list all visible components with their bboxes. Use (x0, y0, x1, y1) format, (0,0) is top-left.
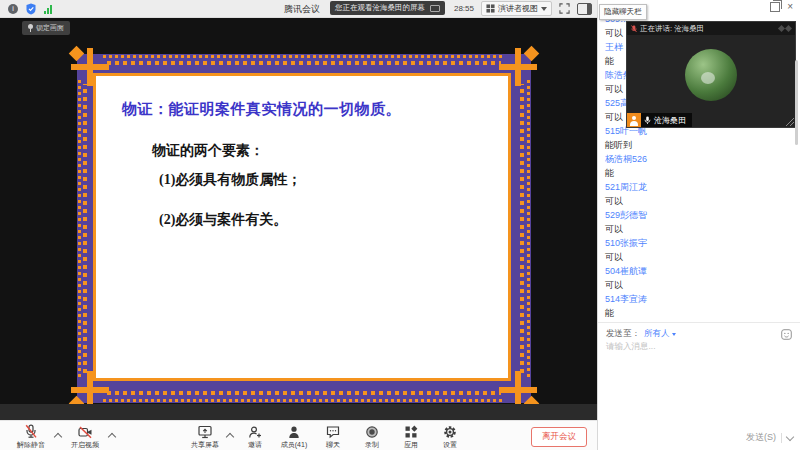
view-mode-button[interactable]: 演讲者视图 (481, 1, 552, 16)
chat-label: 聊天 (326, 440, 340, 450)
stage-bottom-strip (0, 404, 597, 420)
speaker-avatar (685, 49, 737, 101)
members-label: 成员(41) (281, 440, 307, 450)
app-title: 腾讯会议 (284, 3, 320, 16)
chat-sender-name[interactable]: 510张振宇 (605, 236, 788, 250)
network-signal-icon[interactable] (44, 5, 52, 14)
pin-label: 锁定画面 (36, 23, 64, 33)
share-options-caret[interactable] (226, 433, 234, 441)
meeting-toolbar: 解除静音 开启视频 共享屏幕 (0, 420, 597, 450)
send-to-bar: 发送至： 所有人 (598, 322, 800, 340)
speaker-video-thumbnail[interactable]: 正在讲话: 沧海桑田 沧海桑田 (626, 21, 796, 128)
share-screen-button[interactable]: 共享屏幕 (186, 424, 224, 450)
chat-message-text: 可以 (605, 222, 788, 236)
share-screen-label: 共享屏幕 (191, 440, 219, 450)
chat-button[interactable]: 聊天 (314, 424, 352, 450)
members-button[interactable]: 成员(41) (275, 424, 313, 450)
members-icon (287, 424, 301, 439)
invite-icon (248, 424, 262, 439)
hide-chat-tooltip: 隐藏聊天栏 (599, 4, 647, 20)
invite-label: 邀请 (248, 440, 262, 450)
close-icon[interactable]: × (787, 2, 793, 12)
fullscreen-icon[interactable] (559, 3, 570, 14)
settings-label: 设置 (443, 440, 457, 450)
send-to-value: 所有人 (644, 328, 670, 340)
pin-screen-button[interactable]: 锁定画面 (22, 21, 70, 35)
mic-muted-icon (24, 424, 38, 439)
start-video-label: 开启视频 (71, 440, 99, 450)
chat-message-text: 可以 (605, 278, 788, 292)
chat-panel-toggle-icon[interactable] (577, 3, 592, 15)
chat-bubble-icon (326, 424, 340, 439)
tencent-meeting-window: i 腾讯会议 您正在观看沧海桑田的屏幕 28:55 演讲者视图 (0, 0, 800, 450)
chat-message-text: 可以 (605, 194, 788, 208)
chat-scrollbar[interactable] (795, 60, 798, 145)
layout-grid-icon (486, 4, 495, 13)
invite-button[interactable]: 邀请 (236, 424, 274, 450)
slide-content-area: 物证：能证明案件真实情况的一切物质。 物证的两个要素： (1)必须具有物质属性；… (93, 73, 511, 381)
apps-label: 应用 (404, 440, 418, 450)
chat-message-text: 可以 (605, 250, 788, 264)
mic-on-icon (644, 116, 651, 125)
screen-mini-icon[interactable] (430, 5, 440, 12)
chevron-down-icon (672, 333, 676, 336)
send-button[interactable]: 发送(S) (746, 431, 776, 444)
settings-gear-icon (443, 424, 457, 439)
view-mode-label: 演讲者视图 (498, 3, 538, 14)
leave-meeting-button[interactable]: 离开会议 (531, 427, 587, 447)
meeting-info-icon[interactable]: i (8, 4, 18, 14)
chat-sender-name[interactable]: 514李宜涛 (605, 292, 788, 306)
send-to-selector[interactable]: 所有人 (644, 328, 676, 340)
record-icon (365, 424, 379, 439)
speaker-name: 沧海桑田 (654, 115, 686, 126)
camera-muted-icon (78, 424, 93, 439)
slide-point-1: (1)必须具有物质属性； (159, 171, 301, 189)
chat-sender-name[interactable]: 杨浩桐526 (605, 152, 788, 166)
chevron-down-icon (541, 7, 547, 11)
apps-icon (404, 424, 418, 439)
speaking-mic-icon (631, 25, 637, 33)
security-shield-icon[interactable] (25, 3, 37, 15)
pin-icon (28, 24, 33, 32)
video-options-caret[interactable] (108, 433, 116, 441)
chat-sender-name[interactable]: 504崔航谭 (605, 264, 788, 278)
slide-point-2: (2)必须与案件有关。 (159, 211, 287, 229)
chat-message-text: 能听到 (605, 138, 788, 152)
slide-heading: 物证的两个要素： (152, 142, 264, 160)
shared-screen-stage: 锁定画面 物证：能证明案件真实情况的一切物质。 物证的两个要素： (1)必须具有… (0, 17, 597, 420)
send-to-label: 发送至： (606, 328, 640, 340)
settings-button[interactable]: 设置 (431, 424, 469, 450)
chat-message-text: 能 (605, 166, 788, 180)
mic-options-caret[interactable] (54, 433, 62, 441)
meeting-timer: 28:55 (454, 4, 474, 13)
watching-banner-text: 您正在观看沧海桑田的屏幕 (335, 3, 425, 13)
popout-icon[interactable] (770, 2, 780, 12)
emoji-icon[interactable] (781, 329, 792, 340)
record-button[interactable]: 录制 (353, 424, 391, 450)
slide-title: 物证：能证明案件真实情况的一切物质。 (122, 100, 401, 119)
watching-banner: 您正在观看沧海桑田的屏幕 (330, 1, 445, 15)
start-video-button[interactable]: 开启视频 (66, 424, 104, 450)
unmute-label: 解除静音 (17, 440, 45, 450)
watermark-diamonds-icon (779, 26, 791, 31)
share-screen-icon (198, 424, 212, 439)
speaking-label: 正在讲话: 沧海桑田 (640, 24, 704, 34)
unmute-button[interactable]: 解除静音 (12, 424, 50, 450)
apps-button[interactable]: 应用 (392, 424, 430, 450)
chat-sender-name[interactable]: 529彭德智 (605, 208, 788, 222)
member-avatar-icon (627, 113, 641, 127)
titlebar: i 腾讯会议 您正在观看沧海桑田的屏幕 28:55 演讲者视图 (0, 0, 597, 18)
send-options-caret[interactable] (786, 432, 794, 440)
presentation-slide: 物证：能证明案件真实情况的一切物质。 物证的两个要素： (1)必须具有物质属性；… (77, 54, 531, 403)
chat-message-text: 能 (605, 306, 788, 320)
chat-panel: × 509…可以王样能陈浩然 5可以525高宇可以515叶一帆能听到杨浩桐526… (597, 0, 800, 450)
chat-sender-name[interactable]: 521周江龙 (605, 180, 788, 194)
resize-handle[interactable] (786, 118, 794, 126)
chat-input[interactable]: 请输入消息... (606, 341, 656, 353)
send-divider (781, 433, 782, 443)
record-label: 录制 (365, 440, 379, 450)
